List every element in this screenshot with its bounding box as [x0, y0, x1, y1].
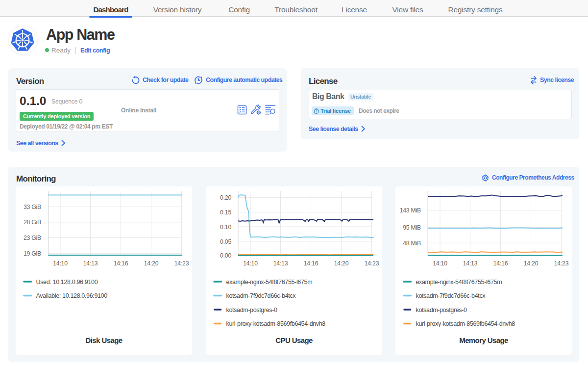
svg-text:example-nginx-54f8f76755-l675m: example-nginx-54f8f76755-l675m	[226, 279, 313, 286]
svg-text:kotsadm-postgres-0: kotsadm-postgres-0	[416, 307, 467, 314]
svg-text:28 GiB: 28 GiB	[24, 219, 41, 226]
svg-text:CPU Usage: CPU Usage	[275, 336, 313, 344]
svg-text:0.05: 0.05	[220, 238, 231, 245]
svg-text:Memory Usage: Memory Usage	[459, 336, 508, 344]
svg-text:Available: 10.128.0.96:9100: Available: 10.128.0.96:9100	[36, 292, 108, 299]
svg-text:Disk Usage: Disk Usage	[86, 336, 122, 344]
svg-text:33 GiB: 33 GiB	[24, 204, 41, 210]
svg-text:kotsadm-postgres-0: kotsadm-postgres-0	[226, 307, 278, 314]
svg-text:kotsadm-7f9dc7d66c-b4tcx: kotsadm-7f9dc7d66c-b4tcx	[226, 292, 296, 299]
svg-text:14:16: 14:16	[493, 260, 508, 267]
svg-text:0.00: 0.00	[220, 252, 231, 259]
svg-text:14:13: 14:13	[83, 260, 98, 267]
svg-text:14:16: 14:16	[304, 260, 318, 267]
svg-text:0.10: 0.10	[220, 224, 231, 231]
svg-text:14:10: 14:10	[243, 260, 258, 267]
svg-text:19 GiB: 19 GiB	[24, 250, 41, 257]
svg-text:kotsadm-7f9dc7d66c-b4tcx: kotsadm-7f9dc7d66c-b4tcx	[416, 292, 486, 299]
svg-text:Used: 10.128.0.96:9100: Used: 10.128.0.96:9100	[36, 279, 98, 286]
svg-text:14:20: 14:20	[524, 260, 539, 267]
svg-text:95 MiB: 95 MiB	[403, 224, 421, 231]
svg-text:48 MiB: 48 MiB	[403, 240, 421, 247]
svg-text:14:23: 14:23	[365, 260, 379, 267]
svg-text:14:13: 14:13	[273, 260, 288, 267]
svg-text:23 GiB: 23 GiB	[24, 235, 41, 241]
svg-text:kurl-proxy-kotsadm-8569fb6454-: kurl-proxy-kotsadm-8569fb6454-dnvh8	[416, 320, 515, 327]
svg-text:143 MiB: 143 MiB	[400, 207, 421, 214]
svg-text:14:23: 14:23	[174, 260, 189, 267]
svg-text:example-nginx-54f8f76755-l675m: example-nginx-54f8f76755-l675m	[416, 279, 502, 286]
svg-text:14:10: 14:10	[53, 260, 68, 267]
svg-text:kurl-proxy-kotsadm-8569fb6454-: kurl-proxy-kotsadm-8569fb6454-dnvh8	[226, 320, 326, 327]
svg-text:14:10: 14:10	[433, 260, 447, 267]
svg-text:14:13: 14:13	[463, 260, 478, 267]
svg-text:14:16: 14:16	[114, 260, 128, 267]
svg-text:14:23: 14:23	[554, 260, 569, 267]
svg-text:14:20: 14:20	[334, 260, 349, 267]
svg-text:0.20: 0.20	[220, 194, 231, 201]
svg-text:0.15: 0.15	[220, 209, 231, 216]
svg-text:14:20: 14:20	[144, 260, 159, 267]
